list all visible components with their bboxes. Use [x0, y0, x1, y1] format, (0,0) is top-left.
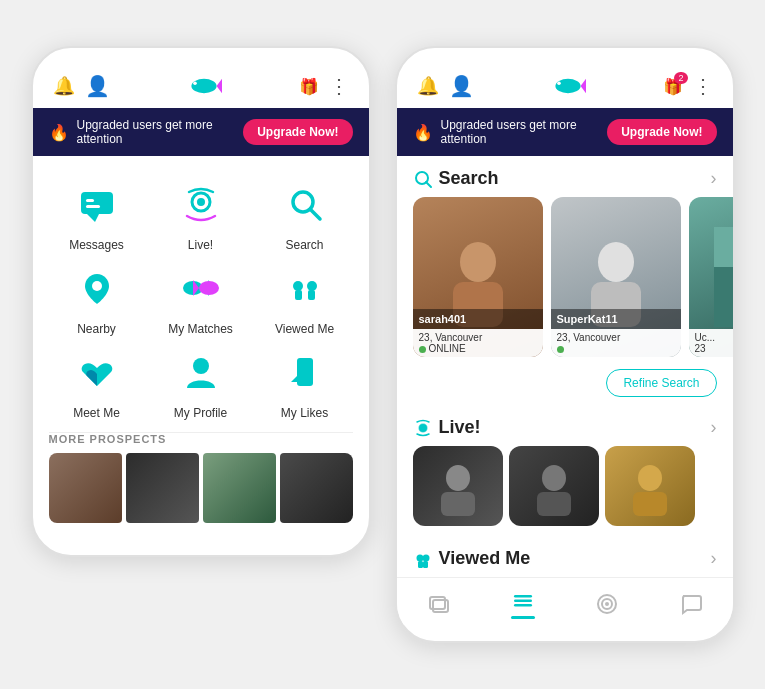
my-matches-item[interactable]: My Matches [153, 260, 249, 336]
nav-home[interactable] [511, 588, 535, 619]
prospect-item[interactable] [203, 453, 276, 523]
meet-me-icon [69, 344, 125, 400]
svg-rect-44 [418, 561, 423, 568]
live-item[interactable]: Live! [153, 176, 249, 252]
svg-marker-24 [581, 79, 586, 93]
search-label: Search [285, 238, 323, 252]
profile-age-location-1: 23, Vancouver [557, 332, 675, 343]
viewed-me-item[interactable]: Viewed Me [257, 260, 353, 336]
prospect-item[interactable] [126, 453, 199, 523]
top-bar-right: 🔔 👤 🎁 2 ⋮ [397, 68, 733, 108]
nav-chat[interactable] [679, 592, 703, 616]
profile-card-0[interactable]: sarah401 23, Vancouver ONLINE [413, 197, 543, 357]
gift-icon: 🎁 [299, 78, 319, 95]
search-item[interactable]: Search [257, 176, 353, 252]
my-profile-icon [173, 344, 229, 400]
svg-point-16 [293, 281, 303, 291]
viewed-section-header: Viewed Me › [397, 536, 733, 577]
my-profile-label: My Profile [174, 406, 227, 420]
svg-point-23 [555, 79, 580, 93]
svg-rect-18 [295, 290, 302, 300]
live-icon [173, 176, 229, 232]
phone-right: 🔔 👤 🎁 2 ⋮ 🔥 Upgra [395, 46, 735, 643]
profile-username-2: Uc... [695, 332, 733, 343]
nav-radar-icon [595, 592, 619, 616]
svg-point-25 [557, 82, 561, 86]
banner-text: Upgraded users get more attention [77, 118, 244, 146]
svg-point-53 [605, 602, 609, 606]
svg-rect-45 [423, 561, 428, 568]
my-profile-item[interactable]: My Profile [153, 344, 249, 420]
svg-point-2 [193, 82, 197, 86]
profile-info-1: 23, Vancouver [551, 329, 681, 357]
nearby-item[interactable]: Nearby [49, 260, 145, 336]
svg-point-42 [416, 554, 423, 561]
profile-username-0: sarah401 [413, 309, 543, 329]
app-container: 🔔 👤 🎁 ⋮ 🔥 Upgraded users ge [11, 26, 755, 663]
upgrade-button-right[interactable]: Upgrade Now! [607, 119, 716, 145]
viewed-me-icon [277, 260, 333, 316]
prospects-row [49, 453, 353, 523]
more-options-icon[interactable]: ⋮ [329, 74, 349, 98]
bell-icon-right[interactable]: 🔔 [417, 75, 439, 97]
live-card-0[interactable] [413, 446, 503, 526]
upgrade-button-left[interactable]: Upgrade Now! [243, 119, 352, 145]
nav-radar[interactable] [595, 592, 619, 616]
profile-icon[interactable]: 👤 [85, 74, 110, 98]
svg-rect-41 [633, 492, 667, 516]
svg-rect-19 [308, 290, 315, 300]
top-bar-right-icons: 🎁 ⋮ [299, 74, 349, 98]
profile-card-2[interactable]: Uc... 23 [689, 197, 733, 357]
bell-icon[interactable]: 🔔 [53, 75, 75, 97]
search-section-icon [413, 169, 433, 189]
more-options-icon-right[interactable]: ⋮ [693, 74, 713, 98]
svg-point-20 [193, 358, 209, 374]
online-dot-1 [557, 346, 564, 353]
nav-cards[interactable] [427, 592, 451, 616]
nearby-label: Nearby [77, 322, 116, 336]
svg-line-27 [426, 182, 431, 187]
profile-icon-right[interactable]: 👤 [449, 74, 474, 98]
meet-me-label: Meet Me [73, 406, 120, 420]
live-chevron[interactable]: › [711, 417, 717, 438]
svg-point-11 [92, 281, 102, 291]
svg-marker-22 [291, 376, 297, 382]
prospects-section: MORE PROSPECTS [33, 433, 369, 539]
nav-chat-icon [679, 592, 703, 616]
gift-icon-wrapper[interactable]: 🎁 [299, 77, 319, 96]
svg-rect-33 [714, 267, 733, 327]
live-section-icon [413, 418, 433, 438]
my-matches-icon [173, 260, 229, 316]
svg-point-30 [598, 242, 634, 282]
fire-icon: 🔥 [49, 123, 69, 142]
search-section-header: Search › [397, 156, 733, 197]
live-card-1[interactable] [509, 446, 599, 526]
gift-icon-wrapper-right[interactable]: 🎁 2 [663, 77, 683, 96]
search-icon [277, 176, 333, 232]
prospect-item[interactable] [49, 453, 122, 523]
svg-rect-3 [81, 192, 113, 214]
viewed-chevron[interactable]: › [711, 548, 717, 569]
profile-card-1[interactable]: SuperKat11 23, Vancouver [551, 197, 681, 357]
viewed-me-label: Viewed Me [275, 322, 334, 336]
svg-rect-37 [441, 492, 475, 516]
app-logo [186, 75, 222, 97]
svg-rect-6 [86, 205, 100, 208]
promo-banner-right: 🔥 Upgraded users get more attention Upgr… [397, 108, 733, 156]
profile-status-0: ONLINE [419, 343, 537, 354]
live-section-title: Live! [413, 417, 481, 438]
svg-rect-50 [514, 604, 532, 607]
meet-me-item[interactable]: Meet Me [49, 344, 145, 420]
prospect-item[interactable] [280, 453, 353, 523]
messages-item[interactable]: Messages [49, 176, 145, 252]
my-likes-item[interactable]: My Likes [257, 344, 353, 420]
profile-info-2: Uc... 23 [689, 329, 733, 357]
search-chevron[interactable]: › [711, 168, 717, 189]
svg-marker-1 [217, 79, 222, 93]
svg-point-8 [197, 198, 205, 206]
live-card-2[interactable] [605, 446, 695, 526]
profile-username-1: SuperKat11 [551, 309, 681, 329]
nav-home-icon [511, 588, 535, 612]
refine-search-button[interactable]: Refine Search [606, 369, 716, 397]
viewed-section-title: Viewed Me [413, 548, 531, 569]
